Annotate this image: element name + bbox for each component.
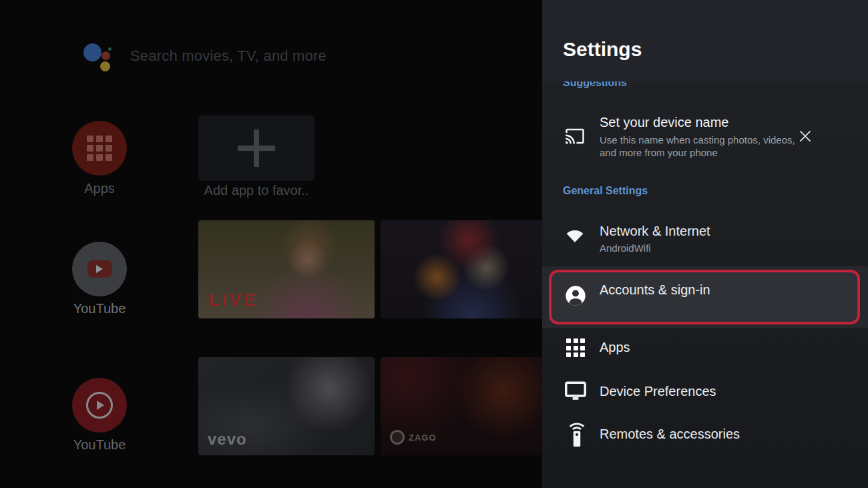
youtube-row-label: YouTube xyxy=(59,301,140,316)
video-thumbnail[interactable]: vevo xyxy=(198,357,375,455)
android-tv-screen: Search movies, TV, and more Apps Add app… xyxy=(0,0,868,488)
account-icon xyxy=(565,285,586,306)
video-thumbnail[interactable]: LIVE xyxy=(198,220,375,318)
network-status: AndroidWifi xyxy=(600,242,651,254)
live-badge: LIVE xyxy=(209,290,258,310)
suggestion-card-description: Use this name when casting photos, video… xyxy=(600,134,804,159)
settings-title: Settings xyxy=(563,38,642,61)
cast-icon xyxy=(564,126,586,146)
section-label-general-settings: General Settings xyxy=(563,185,648,197)
disc-icon xyxy=(390,430,405,445)
youtube-channel-icon[interactable] xyxy=(72,242,127,296)
add-app-to-favorites-tile[interactable] xyxy=(198,115,314,181)
display-icon xyxy=(564,381,588,402)
video-thumbnail[interactable] xyxy=(381,220,557,318)
apps-grid-icon xyxy=(566,338,585,357)
settings-panel-header: Settings xyxy=(542,0,868,81)
assistant-yellow-dot xyxy=(100,61,110,71)
assistant-green-dot xyxy=(108,47,112,51)
setting-item-network[interactable]: Network & Internet xyxy=(600,224,710,239)
assistant-red-dot xyxy=(101,51,110,60)
plus-icon xyxy=(238,130,275,167)
add-app-label: Add app to favor.. xyxy=(198,183,314,198)
youtube-music-play-icon xyxy=(86,392,113,419)
setting-item-device-preferences[interactable]: Device Preferences xyxy=(600,384,716,399)
video-thumbnail[interactable]: ZAGO xyxy=(381,357,557,455)
google-assistant-icon[interactable] xyxy=(83,41,116,75)
setting-item-apps[interactable]: Apps xyxy=(600,340,630,355)
close-icon xyxy=(797,128,814,145)
apps-grid-icon xyxy=(87,136,112,161)
wifi-icon xyxy=(564,226,586,245)
record-label-logo: ZAGO xyxy=(390,430,437,445)
apps-launcher-button[interactable] xyxy=(72,121,127,176)
youtube-music-row-label: YouTube xyxy=(59,437,140,453)
assistant-blue-dot xyxy=(83,43,101,61)
dismiss-suggestion-button[interactable] xyxy=(796,127,815,146)
apps-launcher-label: Apps xyxy=(59,181,140,196)
vevo-logo: vevo xyxy=(208,430,247,449)
setting-item-remotes[interactable]: Remotes & accessories xyxy=(600,427,740,442)
search-input[interactable]: Search movies, TV, and more xyxy=(130,47,327,65)
youtube-music-channel-icon[interactable] xyxy=(72,378,127,433)
setting-item-accounts[interactable]: Accounts & sign-in xyxy=(600,282,710,298)
youtube-play-icon xyxy=(87,260,112,278)
remote-icon xyxy=(568,422,586,447)
suggestion-card-title[interactable]: Set your device name xyxy=(600,115,728,130)
settings-panel: Suggestions Settings Set your device nam… xyxy=(542,0,868,488)
